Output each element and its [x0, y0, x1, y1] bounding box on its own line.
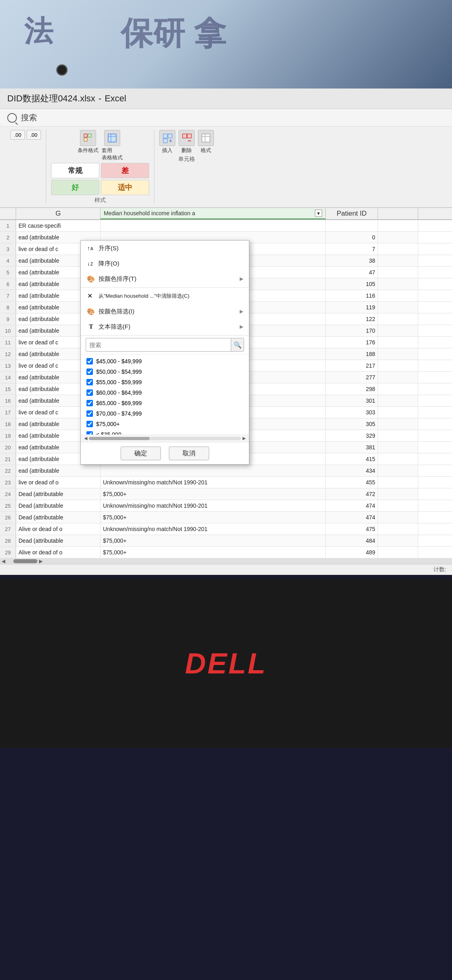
filter-checkbox[interactable] [86, 389, 93, 396]
cell-i[interactable]: 303 [326, 407, 378, 418]
cell-j[interactable] [378, 547, 418, 558]
cell-h[interactable]: $75,000+ [101, 488, 326, 500]
filter-hscroll[interactable]: ◀ ▶ [81, 434, 249, 442]
cell-j[interactable] [378, 477, 418, 488]
cell-j[interactable] [378, 442, 418, 453]
cell-j[interactable] [378, 453, 418, 465]
table-row[interactable]: 29Alive or dead of o$75,000+489 [0, 547, 452, 558]
cell-i[interactable]: 475 [326, 523, 378, 535]
cell-i[interactable]: 217 [326, 360, 378, 371]
filter-list-item[interactable]: $55,000 - $59,999 [81, 377, 249, 387]
filter-list-item[interactable]: $60,000 - $64,999 [81, 387, 249, 398]
scroll-thumb[interactable] [13, 559, 37, 563]
cell-j[interactable] [378, 372, 418, 383]
filter-list-item[interactable]: < $35,000 [81, 429, 249, 434]
filter-list-item[interactable]: $45,000 - $49,999 [81, 356, 249, 366]
cell-i[interactable]: 119 [326, 302, 378, 313]
filter-checkbox[interactable] [86, 400, 93, 406]
table-row[interactable]: 24Dead (attributable$75,000+472 [0, 488, 452, 500]
cell-style-medium[interactable]: 适中 [101, 180, 149, 195]
cell-i[interactable]: 170 [326, 325, 378, 336]
cell-j[interactable] [378, 383, 418, 395]
clear-filter-item[interactable]: ✕ 从"Median household ..."中清除筛选(C) [81, 288, 249, 304]
cancel-button[interactable]: 取消 [169, 447, 209, 460]
cell-i[interactable]: 38 [326, 255, 378, 266]
cell-j[interactable] [378, 407, 418, 418]
cell-j[interactable] [378, 278, 418, 290]
cell-i[interactable] [326, 220, 378, 231]
col-h-filter-arrow[interactable]: ▼ [315, 210, 322, 217]
delete-button[interactable]: − 删除 [179, 130, 195, 154]
cell-j[interactable] [378, 348, 418, 360]
cell-j[interactable] [378, 395, 418, 406]
cell-i[interactable]: 489 [326, 547, 378, 558]
cell-j[interactable] [378, 337, 418, 348]
cell-i[interactable]: 415 [326, 453, 378, 465]
filter-checkbox[interactable] [86, 421, 93, 427]
cell-j[interactable] [378, 313, 418, 325]
cell-j[interactable] [378, 418, 418, 430]
cell-i[interactable]: 301 [326, 395, 378, 406]
cell-g[interactable]: live or dead of o [16, 477, 101, 488]
cell-i[interactable]: 105 [326, 278, 378, 290]
filter-search-button[interactable]: 🔍 [231, 338, 244, 351]
cell-j[interactable] [378, 243, 418, 255]
cell-h[interactable]: $75,000+ [101, 547, 326, 558]
table-row[interactable]: 23live or dead of oUnknown/missing/no ma… [0, 477, 452, 488]
filter-search-input[interactable] [86, 339, 231, 351]
filter-left-arrow[interactable]: ◀ [84, 436, 87, 441]
cell-j[interactable] [378, 232, 418, 243]
filter-checkbox[interactable] [86, 358, 93, 364]
num-btn-1[interactable]: .00 [10, 130, 25, 140]
cell-i[interactable]: 298 [326, 383, 378, 395]
cell-g[interactable]: Dead (attributable [16, 512, 101, 523]
table-row[interactable]: 1ER cause-specifi [0, 220, 452, 232]
sort-color-item[interactable]: 🎨 按颜色排序(T) ▶ [81, 271, 249, 286]
filter-list-item[interactable]: $75,000+ [81, 419, 249, 429]
cell-style-good[interactable]: 好 [51, 180, 99, 195]
num-btn-2[interactable]: .00 [27, 130, 41, 140]
cell-i[interactable]: 0 [326, 232, 378, 243]
cell-i[interactable]: 122 [326, 313, 378, 325]
cell-i[interactable]: 484 [326, 535, 378, 546]
sort-asc-item[interactable]: ↑A 升序(S) [81, 241, 249, 256]
cell-h[interactable]: Unknown/missing/no match/Not 1990-201 [101, 477, 326, 488]
table-row[interactable]: 28Dead (attributable$75,000+484 [0, 535, 452, 547]
cell-g[interactable]: Alive or dead of o [16, 523, 101, 535]
cell-j[interactable] [378, 325, 418, 336]
cell-i[interactable]: 329 [326, 430, 378, 441]
cell-h[interactable]: $75,000+ [101, 512, 326, 523]
filter-right-arrow[interactable]: ▶ [242, 436, 246, 441]
cell-j[interactable] [378, 360, 418, 371]
col-i-header[interactable]: Patient ID [326, 208, 378, 219]
cell-j[interactable] [378, 512, 418, 523]
col-g-header[interactable]: G [16, 208, 101, 219]
filter-list-item[interactable]: $70,000 - $74,999 [81, 408, 249, 419]
cell-i[interactable]: 474 [326, 512, 378, 523]
cell-i[interactable]: 472 [326, 488, 378, 500]
cell-g[interactable]: Dead (attributable [16, 535, 101, 546]
cell-i[interactable]: 474 [326, 500, 378, 511]
insert-button[interactable]: + 插入 [159, 130, 175, 154]
cell-style-bad[interactable]: 差 [101, 163, 149, 178]
filter-checkbox[interactable] [86, 369, 93, 375]
cell-h[interactable] [101, 465, 326, 476]
cell-g[interactable]: Alive or dead of o [16, 547, 101, 558]
cell-i[interactable]: 381 [326, 442, 378, 453]
cell-j[interactable] [378, 488, 418, 500]
table-row[interactable]: 25Dead (attributableUnknown/missing/no m… [0, 500, 452, 512]
cell-j[interactable] [378, 535, 418, 546]
cell-i[interactable]: 116 [326, 290, 378, 301]
cond-format-button[interactable]: 条件格式 [78, 130, 99, 154]
table-row[interactable]: 22ead (attributable434 [0, 465, 452, 477]
filter-checkbox[interactable] [86, 431, 93, 434]
cell-g[interactable]: ead (attributable [16, 465, 101, 476]
cell-j[interactable] [378, 500, 418, 511]
cell-i[interactable]: 188 [326, 348, 378, 360]
sort-desc-item[interactable]: ↓Z 降序(O) [81, 256, 249, 271]
cell-i[interactable]: 305 [326, 418, 378, 430]
table-row[interactable]: 27Alive or dead of oUnknown/missing/no m… [0, 523, 452, 535]
cell-i[interactable]: 176 [326, 337, 378, 348]
horizontal-scrollbar[interactable]: ◀ ▶ [0, 558, 452, 564]
filter-by-color-item[interactable]: 🎨 按颜色筛选(I) ▶ [81, 304, 249, 319]
